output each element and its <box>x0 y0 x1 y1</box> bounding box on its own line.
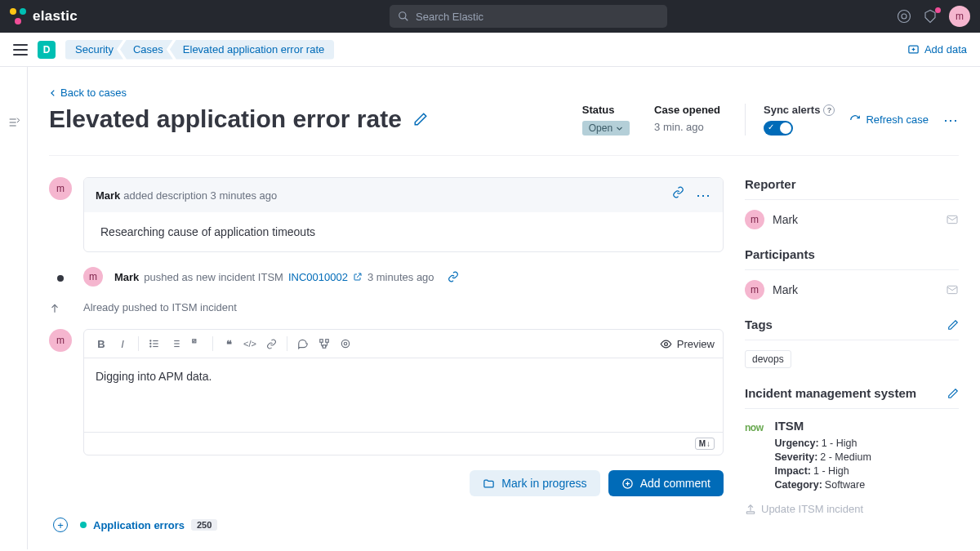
search-icon <box>398 11 409 22</box>
page: Back to cases Elevated application error… <box>0 67 980 549</box>
sync-column: Sync alerts ? Refresh case ⋯ <box>745 104 959 136</box>
activity-user: Mark <box>114 271 139 283</box>
checklist-button[interactable] <box>188 335 206 353</box>
svg-rect-35 <box>947 286 957 293</box>
topbar: elastic Search Elastic m <box>0 0 980 33</box>
activity-item-pushnote: Already pushed to ITSM incident <box>49 301 724 314</box>
activity-item-menu[interactable]: ⋯ <box>696 186 711 204</box>
preview-button[interactable]: Preview <box>660 338 715 350</box>
sync-alerts-toggle[interactable] <box>764 121 793 136</box>
edit-ims-icon[interactable] <box>947 388 959 399</box>
folder-icon <box>483 478 495 490</box>
status-badge[interactable]: Open <box>582 121 630 136</box>
comment-textarea[interactable]: Digging into APM data. <box>84 358 723 432</box>
refresh-case-button[interactable]: Refresh case <box>849 113 929 126</box>
main-content: Back to cases Elevated application error… <box>28 67 980 549</box>
avatar: m <box>745 280 764 300</box>
help-icon[interactable] <box>897 9 911 24</box>
svg-point-30 <box>664 342 667 345</box>
nav-toggle-icon[interactable] <box>13 44 28 56</box>
code-button[interactable]: </> <box>241 335 259 353</box>
quote-button[interactable]: ❝ <box>220 335 238 353</box>
info-icon[interactable]: ? <box>823 104 835 116</box>
participants-title: Participants <box>745 247 959 261</box>
copy-link-icon[interactable] <box>448 271 459 282</box>
connector-name: ITSM <box>775 419 871 433</box>
svg-point-28 <box>341 340 349 347</box>
global-search-input[interactable]: Search Elastic <box>390 5 667 28</box>
related-alert-link[interactable]: Application errors 250 <box>80 519 217 531</box>
external-link-icon <box>353 272 363 282</box>
chevron-left-icon <box>49 89 57 97</box>
subheader: D Security Cases Elevated application er… <box>0 33 980 67</box>
incident-link[interactable]: INC0010002 <box>288 271 348 283</box>
timeline-rail-icon[interactable] <box>7 116 20 129</box>
mail-icon[interactable] <box>946 283 959 296</box>
tag-chip[interactable]: devops <box>745 350 791 368</box>
sync-alerts-label: Sync alerts ? <box>764 104 835 116</box>
insert-button[interactable] <box>315 335 333 353</box>
add-data-link[interactable]: Add data <box>907 43 967 56</box>
side-panel: Reporter m Mark Participants m Mark <box>745 177 959 533</box>
svg-point-0 <box>399 12 406 19</box>
edit-tags-icon[interactable] <box>947 319 959 331</box>
svg-point-15 <box>150 346 151 347</box>
upload-icon <box>745 504 756 515</box>
related-alerts: + Application errors 250 <box>49 518 724 532</box>
ol-button[interactable] <box>167 335 185 353</box>
back-to-cases-link[interactable]: Back to cases <box>49 87 959 99</box>
space-badge[interactable]: D <box>38 41 56 59</box>
italic-button[interactable]: I <box>114 335 131 353</box>
activity-user: Mark <box>96 189 120 202</box>
case-actions-menu[interactable]: ⋯ <box>943 111 959 129</box>
crumb-security[interactable]: Security <box>65 40 123 60</box>
activity-item-description: m Mark added description 3 minutes ago ⋯… <box>49 177 724 252</box>
svg-line-1 <box>405 18 408 21</box>
breadcrumb: Security Cases Elevated application erro… <box>65 40 334 60</box>
crumb-current: Elevated application error rate <box>170 40 334 60</box>
collapsed-sidebar <box>0 67 28 549</box>
participant-name: Mark <box>773 283 798 296</box>
expand-icon[interactable]: + <box>53 518 68 532</box>
newsfeed-icon[interactable] <box>923 9 938 24</box>
bold-button[interactable]: B <box>92 335 110 353</box>
mark-in-progress-button[interactable]: Mark in progress <box>470 470 599 496</box>
activity-action: pushed as new incident ITSM <box>144 271 283 283</box>
link-button[interactable] <box>262 335 280 353</box>
activity-time: 3 minutes ago <box>368 271 434 283</box>
comment-button[interactable] <box>294 335 312 353</box>
avatar: m <box>745 210 764 229</box>
svg-point-29 <box>344 342 347 345</box>
svg-rect-23 <box>323 345 326 349</box>
add-comment-button[interactable]: Add comment <box>608 470 724 496</box>
user-avatar[interactable]: m <box>949 6 970 27</box>
activity-item-push: m Mark pushed as new incident ITSM INC00… <box>49 267 724 287</box>
elastic-logo-icon <box>10 8 26 24</box>
refresh-icon <box>849 114 861 126</box>
activity-action: added description 3 minutes ago <box>123 189 277 202</box>
tags-title: Tags <box>745 318 959 331</box>
description-body: Researching cause of application timeout… <box>84 212 723 251</box>
push-arrow-icon <box>49 303 72 314</box>
plus-circle-icon <box>621 478 634 490</box>
copy-link-icon[interactable] <box>672 186 684 198</box>
svg-rect-22 <box>326 340 329 343</box>
crumb-cases[interactable]: Cases <box>120 40 173 60</box>
lens-button[interactable] <box>336 335 354 353</box>
svg-rect-36 <box>746 511 754 513</box>
svg-rect-34 <box>947 216 957 223</box>
case-header: Elevated application error rate Status O… <box>49 104 959 156</box>
opened-meta: Case opened 3 min. ago <box>654 104 720 133</box>
brand[interactable]: elastic <box>10 8 78 24</box>
mail-icon[interactable] <box>946 213 959 226</box>
svg-point-13 <box>150 343 151 344</box>
svg-point-2 <box>898 11 911 23</box>
svg-rect-21 <box>320 340 323 343</box>
status-dot-icon <box>80 522 87 528</box>
update-itsm-button[interactable]: Update ITSM incident <box>745 503 959 515</box>
ul-button[interactable] <box>145 335 163 353</box>
add-data-icon <box>907 43 920 56</box>
reporter-title: Reporter <box>745 177 959 191</box>
editor-actions: Mark in progress Add comment <box>49 470 724 496</box>
edit-title-icon[interactable] <box>413 112 428 127</box>
